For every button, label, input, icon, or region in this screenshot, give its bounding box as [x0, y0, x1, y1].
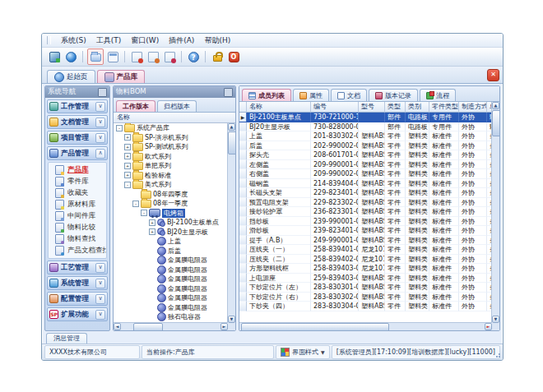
scroll-down-icon[interactable]: ▼ — [492, 316, 499, 323]
chevron-down-icon[interactable]: ∨ — [95, 294, 105, 304]
table-row[interactable]: 挡纱板239-990001-01E塑料ABS零件塑料类标准件外协条 — [239, 217, 492, 227]
scroll-right-icon[interactable]: ► — [220, 323, 228, 330]
sidebar-item-产品库[interactable]: 产品库 — [49, 164, 106, 176]
expand-toggle[interactable]: + — [124, 163, 131, 169]
table-row[interactable]: 下纱定位片（左）283-830301-00E塑料ABS零件塑料类标准件外协条 — [239, 283, 492, 293]
sidebar-item-中间件库[interactable]: 中间件库 — [49, 210, 106, 222]
tree-node[interactable]: -美式系列 — [114, 180, 228, 190]
tree-node[interactable]: 独石电容器 — [114, 312, 228, 322]
tree-node[interactable]: +BJ-2100主板单点 — [114, 218, 228, 228]
menu-item[interactable]: 插件(A) — [164, 35, 199, 47]
doc-refresh-button[interactable] — [146, 49, 160, 64]
tree-node[interactable]: +单把系列 — [114, 161, 228, 171]
column-header-名称[interactable]: 名称 — [247, 102, 311, 113]
chevron-down-icon[interactable]: ∨ — [95, 310, 105, 320]
doc-close-button[interactable] — [129, 49, 144, 64]
scroll-down-icon[interactable]: ▼ — [228, 316, 235, 323]
pin-icon[interactable] — [98, 88, 107, 97]
menu-item[interactable]: 工具(T) — [91, 35, 127, 47]
scroll-thumb[interactable] — [241, 323, 389, 331]
tab-流程[interactable]: 流程 — [420, 89, 456, 101]
tab-产品库[interactable]: 产品库 — [97, 70, 146, 83]
table-row[interactable]: 上电源座259-839403-00E塑料ABS零件塑料类标准件外协条 — [239, 274, 492, 284]
sidebar-item-原材料库[interactable]: 原材料库 — [49, 199, 106, 210]
sidebar-group-扩展功能[interactable]: 扩展功能∨ — [47, 307, 108, 321]
expand-toggle[interactable]: + — [124, 172, 131, 178]
window-list-button[interactable] — [105, 49, 120, 64]
column-header-零件类型[interactable]: 零件类型 — [429, 102, 459, 113]
table-row[interactable]: 后盖202-990002-01E塑料ABS零件塑料类标准件外协条 — [239, 141, 492, 151]
tree-column-header[interactable]: 名称 — [114, 113, 235, 123]
tree-node[interactable]: +BJ20主显示板 — [114, 228, 228, 238]
scroll-thumb[interactable] — [133, 323, 163, 331]
menu-item[interactable]: 帮助(H) — [199, 35, 235, 47]
sidebar-item-收藏夹[interactable]: 收藏夹 — [49, 187, 106, 199]
scroll-thumb[interactable] — [228, 131, 236, 154]
sidebar-group-系统管理[interactable]: 系统管理∨ — [47, 276, 108, 290]
tree-node[interactable]: -电烤箱 — [114, 209, 228, 219]
tree-node[interactable]: -08年一季度 — [114, 199, 228, 209]
panel-options-icon[interactable] — [224, 88, 233, 97]
sidebar-group-配置管理[interactable]: 配置管理∨ — [47, 292, 108, 306]
table-row[interactable]: 提手（A.B）249-990001-01E塑料ABS零件塑料类标准件外协条 — [239, 236, 492, 246]
tree-node[interactable]: 上盖 — [114, 237, 228, 247]
tree-node[interactable]: 金属膜电阻器 — [114, 303, 228, 313]
menu-grip[interactable] — [47, 36, 51, 44]
tab-版本记录[interactable]: 版本记录 — [369, 89, 418, 101]
table-row[interactable]: 预置电阻支架229-823302-00E塑料ABS零件塑料类标准件外协条 — [239, 198, 492, 208]
tree-node[interactable]: 金属膜电阻器 — [114, 293, 228, 303]
chevron-down-icon[interactable]: ∨ — [95, 279, 105, 288]
table-row[interactable]: 方形塑料线框258-839403-00E尼龙1010零件塑料类标准件外协条 — [239, 264, 492, 274]
scroll-right-icon[interactable]: ► — [485, 323, 492, 330]
tab-工作版本[interactable]: 工作版本 — [116, 100, 155, 112]
expand-toggle[interactable]: + — [124, 134, 131, 141]
table-row[interactable]: 下纱夹（四）283-830304-00E塑料ABS零件塑料类标准件外协条 — [239, 302, 492, 311]
sidebar-group-产品管理[interactable]: 产品管理∧ — [47, 146, 108, 160]
table-row[interactable]: 下纱定位片（右）283-830302-00E塑料ABS零件塑料类标准件外协条 — [239, 293, 492, 302]
column-header-编号[interactable]: 编号 — [311, 102, 359, 113]
open-folder-button[interactable] — [87, 48, 104, 65]
expand-toggle[interactable]: - — [141, 210, 147, 216]
screen-button[interactable] — [47, 49, 62, 64]
table-row[interactable]: BJ20主显示板730-828000-04E部件电路板专用件外协颗 — [239, 122, 492, 132]
table-row[interactable]: ▶BJ-2100主板单点730-721000-12E部件电路板专用件外协颗 — [239, 113, 492, 122]
tab-属性[interactable]: 属性 — [293, 89, 329, 101]
doc-sync-button[interactable] — [162, 49, 177, 64]
ui-style-dropdown[interactable]: 界面样式 ▼ — [276, 345, 330, 359]
table-row[interactable]: 压线夹（一）258-839401-00E尼龙1010零件塑料类标准件外协条 — [239, 245, 492, 255]
tree-node[interactable]: +SP-演示机系列 — [114, 133, 228, 143]
table-row[interactable]: 滑纱板239-823401-00E塑料ABS零件塑料类标准件外协条 — [239, 226, 492, 236]
tab-归档版本[interactable]: 归档版本 — [157, 100, 197, 112]
chevron-down-icon[interactable]: ∨ — [95, 263, 105, 273]
scroll-up-icon[interactable]: ▲ — [228, 123, 235, 131]
table-row[interactable]: 长磁头支架229-823401-00E塑料ABS零件塑料类标准件外协条 — [239, 188, 492, 198]
tab-成员列表[interactable]: 成员列表 — [242, 89, 291, 101]
table-vertical-scrollbar[interactable]: ▲ ▼ — [491, 102, 499, 323]
expand-toggle[interactable]: + — [149, 219, 155, 226]
scroll-thumb[interactable] — [492, 110, 500, 136]
sidebar-item-零件库[interactable]: 零件库 — [49, 176, 106, 187]
resize-grip[interactable] — [493, 350, 501, 358]
tree-node[interactable]: 金属膜电阻器 — [114, 284, 228, 294]
tree-node[interactable]: 金属膜电阻器 — [114, 265, 228, 275]
expand-toggle[interactable]: - — [132, 201, 139, 207]
tree-node[interactable]: 金属膜电阻器 — [114, 256, 228, 265]
tree-node[interactable]: 后盖 — [114, 247, 228, 256]
tree-node[interactable]: -系统产品库 — [114, 123, 228, 133]
tree-node[interactable]: +欧式系列 — [114, 152, 228, 162]
tree-vertical-scrollbar[interactable]: ▲ ▼ — [227, 123, 235, 323]
sidebar-item-物料查找[interactable]: 物料查找 — [49, 233, 106, 245]
message-manager-tab[interactable]: 消息管理 — [46, 333, 87, 344]
exit-button[interactable] — [226, 49, 241, 64]
chevron-down-icon[interactable]: ∨ — [95, 102, 105, 112]
expand-toggle[interactable]: + — [149, 228, 155, 235]
sidebar-group-工作管理[interactable]: 工作管理∨ — [47, 99, 108, 113]
globe-button[interactable] — [63, 49, 78, 64]
lock-button[interactable] — [210, 49, 225, 64]
table-horizontal-scrollbar[interactable]: ► — [239, 322, 492, 330]
sidebar-group-文档管理[interactable]: 文档管理∨ — [47, 115, 108, 129]
expand-toggle[interactable]: + — [124, 153, 131, 159]
sidebar-item-产品文档查找[interactable]: 产品文档查找 — [49, 245, 106, 256]
column-header-型号[interactable]: 型号 — [359, 102, 385, 113]
expand-toggle[interactable]: - — [116, 125, 123, 131]
